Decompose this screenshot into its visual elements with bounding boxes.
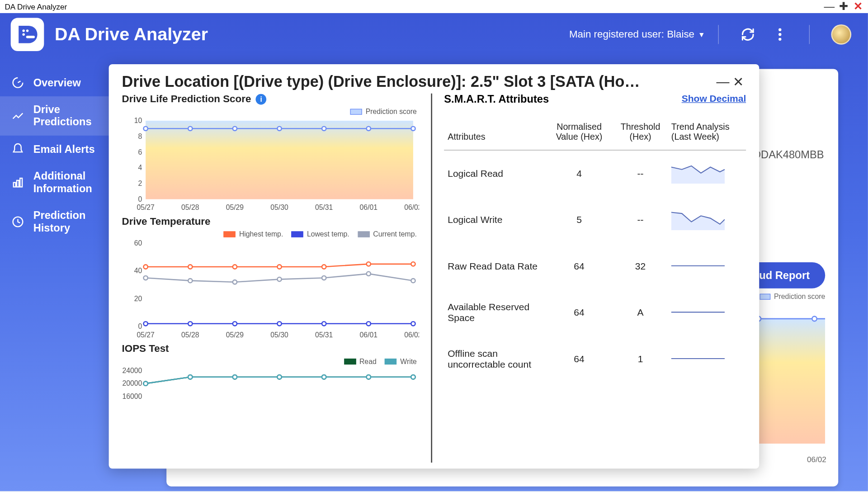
sidebar-item-overview[interactable]: Overview (0, 69, 125, 96)
sidebar-item-prediction-history[interactable]: Prediction History (0, 202, 125, 241)
iops-legend: Read Write (122, 357, 417, 365)
sidebar-item-label: Drive Predictions (33, 104, 92, 128)
attr-thresh: 1 (613, 336, 668, 383)
show-decimal-link[interactable]: Show Decimal (682, 93, 746, 104)
svg-rect-11 (20, 178, 22, 187)
svg-point-49 (144, 265, 148, 269)
sidebar-item-drive-predictions[interactable]: Drive Predictions (0, 96, 125, 136)
sidebar-item-label: Email Alerts (33, 143, 95, 155)
info-icon[interactable]: i (256, 94, 267, 105)
attr-name: Offline scan uncorrectable count (444, 336, 545, 383)
modal-minimize-icon[interactable]: — (715, 74, 731, 90)
svg-point-58 (233, 322, 237, 326)
table-row: Available Reserved Space 64 A (444, 289, 746, 336)
table-row: Logical Write 5 -- (444, 197, 746, 243)
attr-trend (668, 289, 746, 336)
window-minimize-icon[interactable]: — (824, 1, 835, 12)
svg-point-6 (778, 38, 781, 41)
th-thresh: Threshold (Hex) (613, 121, 668, 150)
attr-name: Logical Read (444, 150, 545, 197)
user-menu[interactable]: Main registered user: Blaise ▼ (569, 28, 705, 40)
sidebar-item-label: Additional Information (33, 170, 92, 194)
bell-icon (11, 143, 25, 156)
charts-column: Drive Life Prediction Score i Prediction… (122, 93, 431, 463)
svg-point-68 (367, 272, 371, 276)
svg-point-16 (812, 317, 817, 322)
smart-column: S.M.A.R.T. Attributes Show Decimal Attri… (436, 93, 746, 463)
th-norm: Normalised Value (Hex) (545, 121, 613, 150)
attr-thresh: 32 (613, 243, 668, 290)
modal-title: Drive Location [(Drive type) (Drive Encl… (122, 72, 715, 91)
svg-text:24000: 24000 (122, 367, 142, 374)
modal-close-icon[interactable]: ✕ (731, 74, 746, 90)
iops-title: IOPS Test (122, 343, 420, 355)
svg-text:06/01: 06/01 (360, 331, 377, 339)
svg-point-59 (277, 322, 281, 326)
svg-point-82 (233, 375, 237, 379)
prediction-title: Drive Life Prediction Score i (122, 93, 420, 105)
table-row: Offline scan uncorrectable count 64 1 (444, 336, 746, 383)
svg-point-86 (411, 375, 415, 379)
bar-chart-icon (11, 176, 25, 189)
svg-text:16000: 16000 (122, 393, 142, 400)
table-row: Raw Read Data Rate 64 32 (444, 243, 746, 290)
svg-rect-13 (748, 319, 825, 444)
iops-chart: 160002000024000 (122, 367, 420, 410)
clock-icon (11, 215, 25, 228)
svg-point-34 (277, 127, 281, 131)
th-trend: Trend Analysis (Last Week) (668, 121, 746, 150)
svg-point-62 (411, 322, 415, 326)
sidebar-item-label: Prediction History (33, 209, 86, 234)
temperature-title: Drive Temperature (122, 216, 420, 227)
svg-point-0 (22, 29, 25, 32)
svg-text:4: 4 (138, 164, 142, 171)
kebab-menu-icon[interactable] (772, 27, 788, 42)
attr-trend (668, 336, 746, 383)
svg-text:05/31: 05/31 (315, 331, 333, 339)
svg-text:05/30: 05/30 (270, 203, 288, 211)
svg-text:10: 10 (134, 117, 142, 124)
refresh-icon[interactable] (740, 27, 755, 42)
attr-thresh: -- (613, 150, 668, 197)
app-logo (11, 18, 44, 51)
svg-text:05/29: 05/29 (226, 331, 244, 339)
window-close-icon[interactable]: ✕ (853, 1, 863, 12)
vertical-separator (431, 93, 432, 463)
svg-point-33 (233, 127, 237, 131)
svg-point-54 (367, 262, 371, 266)
temperature-chart: 020406005/2705/2805/2905/3005/3106/0106/… (122, 240, 420, 340)
svg-point-64 (188, 279, 192, 283)
attr-thresh: A (613, 289, 668, 336)
sidebar: Overview Drive Predictions Email Alerts … (0, 69, 125, 241)
svg-point-5 (778, 33, 781, 36)
svg-text:20: 20 (134, 295, 142, 303)
svg-text:0: 0 (138, 322, 142, 330)
svg-text:05/28: 05/28 (181, 203, 199, 211)
svg-text:05/27: 05/27 (137, 331, 154, 339)
sidebar-item-email-alerts[interactable]: Email Alerts (0, 136, 125, 163)
window-maximize-icon[interactable]: ✚ (838, 1, 849, 12)
svg-text:60: 60 (134, 240, 142, 247)
svg-text:06/01: 06/01 (360, 203, 377, 211)
svg-point-67 (322, 276, 326, 280)
svg-point-52 (277, 265, 281, 269)
svg-point-31 (144, 127, 148, 131)
attr-trend (668, 243, 746, 290)
attr-norm: 5 (545, 197, 613, 243)
svg-point-36 (367, 127, 371, 131)
svg-point-56 (144, 322, 148, 326)
gauge-icon (11, 76, 25, 89)
bg-legend: Prediction score (760, 293, 826, 301)
app-header: DA Drive Analyzer Main registered user: … (0, 13, 868, 56)
window-titlebar: DA Drive Analyzer — ✚ ✕ (0, 0, 868, 13)
sidebar-item-additional-info[interactable]: Additional Information (0, 163, 125, 202)
sidebar-item-label: Overview (33, 76, 81, 88)
attr-norm: 64 (545, 289, 613, 336)
svg-point-66 (277, 277, 281, 281)
smart-table: Attributes Normalised Value (Hex) Thresh… (444, 121, 746, 382)
avatar[interactable] (831, 24, 851, 45)
svg-text:40: 40 (134, 267, 142, 274)
svg-rect-9 (14, 183, 16, 187)
svg-point-80 (144, 382, 148, 386)
svg-point-32 (188, 127, 192, 131)
